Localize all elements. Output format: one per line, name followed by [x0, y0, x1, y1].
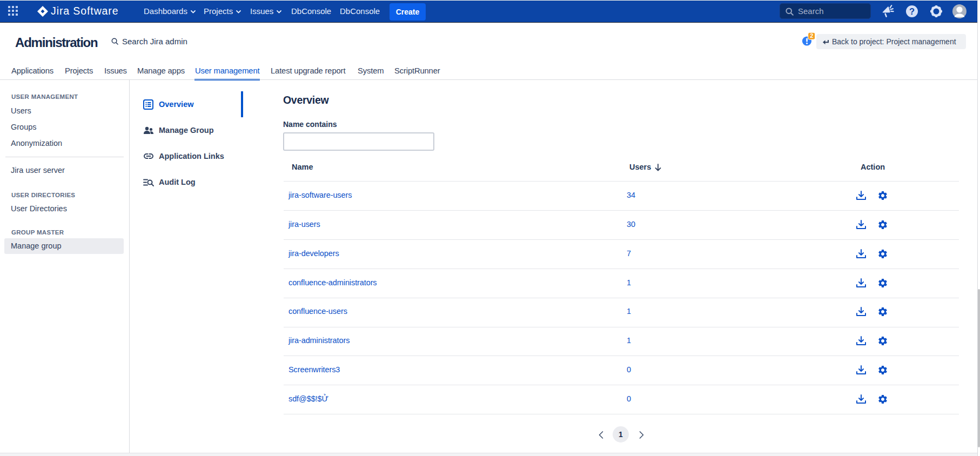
- svg-text:2: 2: [810, 32, 813, 39]
- svg-text:?: ?: [909, 6, 915, 16]
